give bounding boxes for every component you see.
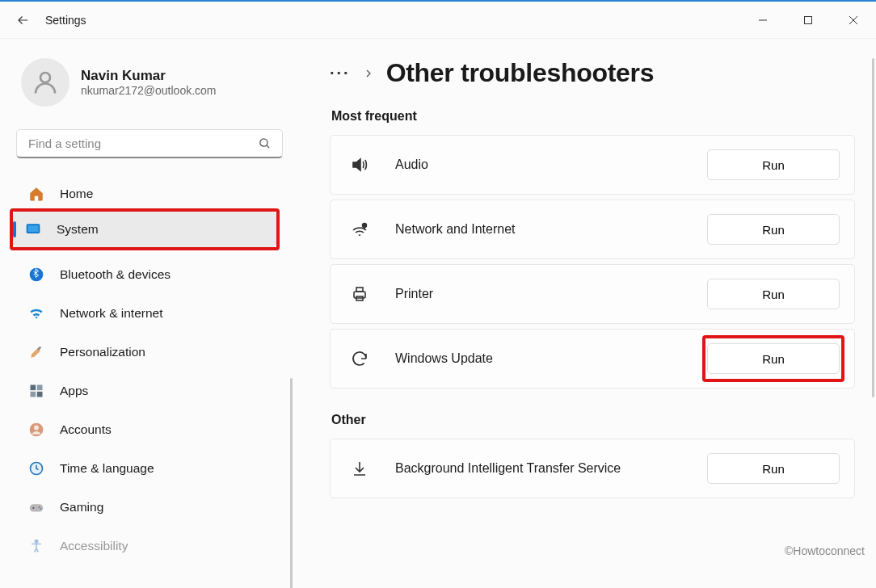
section-label-most-frequent: Most frequent: [331, 109, 855, 124]
sidebar-item-label: Home: [60, 187, 93, 201]
printer-icon: [350, 284, 374, 304]
search-input[interactable]: [16, 129, 283, 158]
run-button-printer[interactable]: Run: [707, 279, 840, 309]
sidebar-item-gaming[interactable]: Gaming: [16, 489, 291, 525]
watermark: ©Howtoconnect: [785, 544, 865, 557]
svg-point-16: [34, 426, 39, 430]
profile-email: nkumar2172@outlook.com: [81, 84, 217, 97]
run-button-audio[interactable]: Run: [707, 149, 840, 180]
wifi-icon: [27, 304, 45, 322]
svg-rect-25: [356, 288, 363, 292]
sidebar-item-label: System: [57, 222, 99, 237]
troubleshooter-bits: Background Intelligent Transfer Service …: [330, 439, 855, 498]
svg-point-4: [40, 73, 50, 82]
download-icon: [350, 459, 374, 478]
troubleshooter-printer: Printer Run: [330, 264, 855, 324]
gamepad-icon: [27, 498, 45, 516]
minimize-icon: [758, 15, 768, 25]
svg-rect-11: [31, 385, 36, 391]
svg-point-9: [30, 268, 44, 282]
profile-name: Navin Kumar: [81, 68, 217, 84]
sidebar-item-label: Gaming: [60, 500, 103, 514]
sidebar-item-label: Accounts: [60, 422, 112, 437]
run-button-bits[interactable]: Run: [707, 453, 840, 484]
profile[interactable]: Navin Kumar nkumar2172@outlook.com: [16, 58, 291, 107]
home-icon: [27, 185, 45, 203]
page-title: Other troubleshooters: [386, 58, 655, 88]
troubleshooter-label: Network and Internet: [395, 222, 707, 237]
accessibility-icon: [27, 537, 45, 555]
troubleshooter-label: Audio: [395, 158, 707, 172]
main-scrollbar[interactable]: [872, 58, 874, 397]
avatar: [21, 58, 69, 107]
sidebar-item-system[interactable]: System: [13, 212, 276, 247]
sidebar-item-personalization[interactable]: Personalization: [16, 334, 291, 370]
window-controls: [740, 5, 876, 36]
svg-rect-1: [805, 16, 812, 23]
svg-rect-12: [37, 385, 43, 391]
maximize-icon: [803, 15, 813, 25]
sidebar: Navin Kumar nkumar2172@outlook.com Home …: [0, 39, 301, 588]
svg-point-22: [35, 540, 37, 543]
svg-rect-14: [37, 392, 43, 397]
sidebar-item-label: Accessibility: [60, 539, 128, 553]
troubleshooter-network: Network and Internet Run: [330, 200, 855, 259]
sidebar-item-bluetooth[interactable]: Bluetooth & devices: [16, 257, 291, 292]
highlight-run-update: Run: [704, 337, 843, 380]
section-label-other: Other: [331, 413, 855, 427]
sidebar-item-network[interactable]: Network & internet: [16, 296, 291, 331]
close-icon: [849, 15, 858, 25]
app-title: Settings: [45, 14, 86, 27]
troubleshooter-windows-update: Windows Update Run: [330, 329, 855, 388]
sidebar-item-time[interactable]: Time & language: [16, 451, 291, 486]
troubleshooter-label: Printer: [395, 287, 707, 301]
breadcrumb-more[interactable]: ···: [330, 64, 351, 82]
svg-point-20: [39, 506, 40, 508]
audio-icon: [350, 155, 374, 174]
search-icon: [258, 136, 272, 150]
sidebar-item-accessibility[interactable]: Accessibility: [16, 528, 291, 564]
sidebar-item-label: Time & language: [60, 461, 154, 476]
run-button-network[interactable]: Run: [707, 214, 840, 245]
sidebar-item-label: Bluetooth & devices: [60, 267, 171, 282]
sidebar-item-label: Personalization: [60, 345, 145, 359]
sidebar-item-home[interactable]: Home: [16, 176, 291, 212]
svg-rect-13: [31, 392, 36, 397]
apps-icon: [27, 382, 45, 400]
breadcrumb: ··· Other troubleshooters: [330, 58, 855, 88]
sidebar-item-label: Network & internet: [60, 306, 163, 321]
arrow-left-icon: [16, 13, 31, 27]
back-button[interactable]: [16, 13, 31, 27]
network-icon: [350, 220, 374, 239]
clock-icon: [27, 460, 45, 477]
troubleshooter-label: Windows Update: [395, 351, 704, 366]
minimize-button[interactable]: [740, 5, 785, 36]
svg-point-19: [32, 507, 34, 509]
accounts-icon: [27, 421, 45, 439]
svg-line-6: [267, 145, 269, 148]
svg-point-23: [363, 224, 367, 228]
person-icon: [31, 68, 60, 97]
bluetooth-icon: [27, 266, 45, 284]
sidebar-item-apps[interactable]: Apps: [16, 373, 291, 409]
highlight-system: System: [11, 210, 278, 249]
sidebar-item-label: Apps: [60, 384, 88, 398]
svg-point-5: [260, 139, 267, 146]
sidebar-item-accounts[interactable]: Accounts: [16, 412, 291, 447]
troubleshooter-label: Background Intelligent Transfer Service: [395, 461, 707, 476]
main-content: ··· Other troubleshooters Most frequent …: [301, 39, 876, 588]
run-button-windows-update[interactable]: Run: [707, 343, 840, 374]
svg-point-21: [40, 508, 42, 510]
chevron-right-icon: [364, 68, 373, 79]
sidebar-scrollbar[interactable]: [290, 378, 293, 588]
maximize-button[interactable]: [785, 5, 831, 36]
troubleshooter-audio: Audio Run: [330, 135, 855, 195]
update-icon: [350, 349, 374, 368]
close-button[interactable]: [831, 5, 876, 36]
nav: Home System Bluetooth & devices Network …: [16, 176, 291, 564]
titlebar: Settings: [0, 0, 876, 39]
brush-icon: [27, 343, 45, 361]
svg-rect-18: [30, 504, 44, 511]
system-icon: [24, 220, 42, 238]
svg-rect-8: [27, 225, 38, 232]
